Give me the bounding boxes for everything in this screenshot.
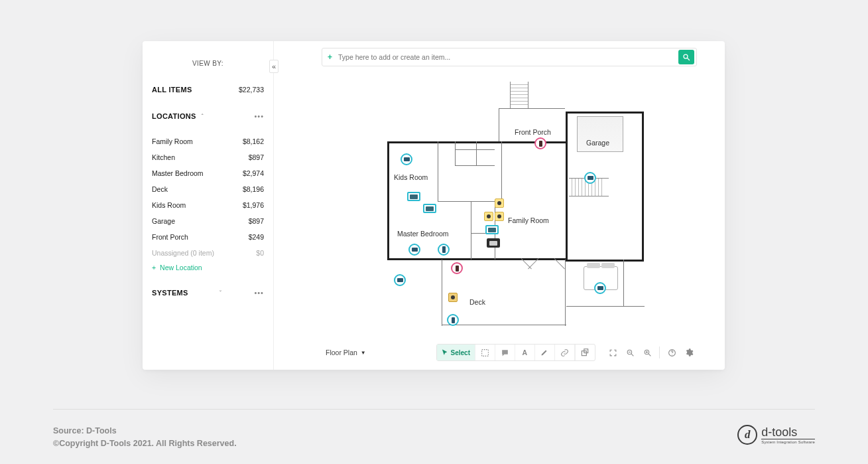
fullscreen-button[interactable]	[605, 345, 621, 360]
floor-plan-canvas[interactable]: Front Porch Garage	[322, 74, 697, 343]
location-row[interactable]: Kitchen $897	[152, 149, 264, 165]
device-marker[interactable]	[594, 282, 606, 294]
shape-tool-button[interactable]	[575, 345, 595, 360]
device-marker[interactable]	[408, 244, 420, 256]
location-price: $8,162	[243, 137, 264, 145]
location-name: Kids Room	[152, 201, 186, 209]
locations-more-icon[interactable]: •••	[254, 112, 264, 120]
device-marker[interactable]	[534, 137, 546, 149]
comment-icon	[501, 348, 509, 357]
device-marker[interactable]	[423, 204, 436, 213]
device-marker[interactable]	[584, 172, 596, 184]
svg-rect-2	[481, 349, 488, 356]
location-price: $1,976	[243, 201, 264, 209]
device-marker[interactable]	[438, 244, 450, 256]
logo-badge-icon: d	[737, 425, 757, 445]
add-location-button[interactable]: + New Location	[152, 264, 264, 271]
location-row-unassigned[interactable]: Unassigned (0 item) $0	[152, 245, 264, 261]
search-button[interactable]	[678, 50, 694, 64]
location-price: $897	[249, 217, 264, 225]
pencil-tool-button[interactable]	[535, 345, 555, 360]
select-tool-label: Select	[451, 349, 470, 356]
footer-copyright: ©Copyright D-Tools 2021. All Rights Rese…	[53, 437, 237, 450]
wall	[499, 108, 565, 109]
svg-line-11	[649, 354, 651, 356]
room-label-kids-room: Kids Room	[394, 173, 428, 181]
location-price: $0	[256, 249, 264, 257]
device-marker[interactable]	[495, 198, 504, 208]
device-marker[interactable]	[401, 153, 412, 165]
brand-logo: d d-tools System Integration Software	[737, 425, 815, 445]
marquee-tool-button[interactable]	[475, 345, 495, 360]
main-panel: + Front Porch Garage	[274, 41, 725, 370]
wall	[501, 141, 502, 201]
chevron-up-icon: ˆ	[202, 113, 204, 119]
tool-group: Select A	[436, 344, 595, 361]
location-row[interactable]: Front Porch $249	[152, 229, 264, 245]
divider	[659, 347, 660, 358]
settings-button[interactable]	[681, 345, 697, 360]
marquee-icon	[481, 348, 489, 357]
zoom-in-button[interactable]	[639, 345, 655, 360]
wall	[442, 325, 566, 325]
device-marker[interactable]	[485, 225, 499, 234]
logo-text: d-tools	[761, 426, 815, 439]
systems-header[interactable]: SYSTEMS ˇ •••	[152, 289, 264, 297]
text-tool-button[interactable]: A	[515, 345, 535, 360]
help-button[interactable]	[664, 345, 680, 360]
location-row[interactable]: Deck $8,196	[152, 181, 264, 197]
link-tool-button[interactable]	[555, 345, 575, 360]
wall	[566, 112, 568, 142]
location-row[interactable]: Garage $897	[152, 213, 264, 229]
gear-icon	[684, 348, 694, 357]
footer-divider	[53, 409, 815, 410]
room-label-family-room: Family Room	[508, 216, 549, 224]
device-marker[interactable]	[484, 212, 493, 221]
wall	[566, 306, 645, 307]
device-marker[interactable]	[487, 238, 500, 248]
link-icon	[560, 348, 569, 357]
device-marker[interactable]	[448, 293, 458, 302]
location-name: Family Room	[152, 137, 193, 145]
logo-letter: d	[745, 428, 751, 441]
all-items-row[interactable]: ALL ITEMS $22,733	[152, 86, 264, 94]
search-icon	[682, 53, 690, 61]
item-search-input[interactable]	[337, 52, 676, 62]
device-marker[interactable]	[447, 314, 459, 326]
device-marker[interactable]	[451, 262, 463, 274]
item-search-bar[interactable]: +	[322, 48, 697, 66]
view-selector-label: Floor Plan	[326, 348, 357, 356]
view-selector[interactable]: Floor Plan ▼	[322, 348, 370, 356]
wall	[471, 201, 471, 260]
fullscreen-icon	[609, 348, 617, 357]
footer-text: Source: D-Tools ©Copyright D-Tools 2021.…	[53, 425, 237, 450]
pencil-icon	[540, 348, 548, 356]
caret-down-icon: ▼	[361, 350, 366, 356]
device-marker[interactable]	[394, 274, 406, 286]
device-marker[interactable]	[407, 192, 420, 201]
device-marker[interactable]	[495, 212, 504, 221]
location-price: $2,974	[243, 169, 264, 177]
locations-header[interactable]: LOCATIONS ˆ •••	[152, 112, 264, 120]
wall	[642, 112, 644, 261]
all-items-total: $22,733	[239, 86, 264, 94]
comment-tool-button[interactable]	[495, 345, 515, 360]
location-name: Front Porch	[152, 233, 188, 241]
room-label-deck: Deck	[469, 298, 485, 306]
systems-label: SYSTEMS	[152, 289, 188, 297]
location-row[interactable]: Master Bedroom $2,974	[152, 165, 264, 181]
location-row[interactable]: Kids Room $1,976	[152, 197, 264, 213]
logo-text-group: d-tools System Integration Software	[761, 426, 815, 444]
location-row[interactable]: Family Room $8,162	[152, 133, 264, 149]
svg-line-7	[631, 354, 633, 356]
room-label-front-porch: Front Porch	[515, 128, 551, 136]
all-items-label: ALL ITEMS	[152, 86, 192, 94]
select-tool-button[interactable]: Select	[437, 345, 475, 360]
app-window: VIEW BY: « ALL ITEMS $22,733 LOCATIONS ˆ…	[143, 41, 725, 370]
locations-list: Family Room $8,162 Kitchen $897 Master B…	[152, 133, 264, 261]
location-price: $8,196	[243, 185, 264, 193]
zoom-out-button[interactable]	[622, 345, 638, 360]
systems-more-icon[interactable]: •••	[254, 289, 264, 297]
chevron-down-icon: ˇ	[219, 289, 221, 296]
location-name: Deck	[152, 185, 168, 193]
